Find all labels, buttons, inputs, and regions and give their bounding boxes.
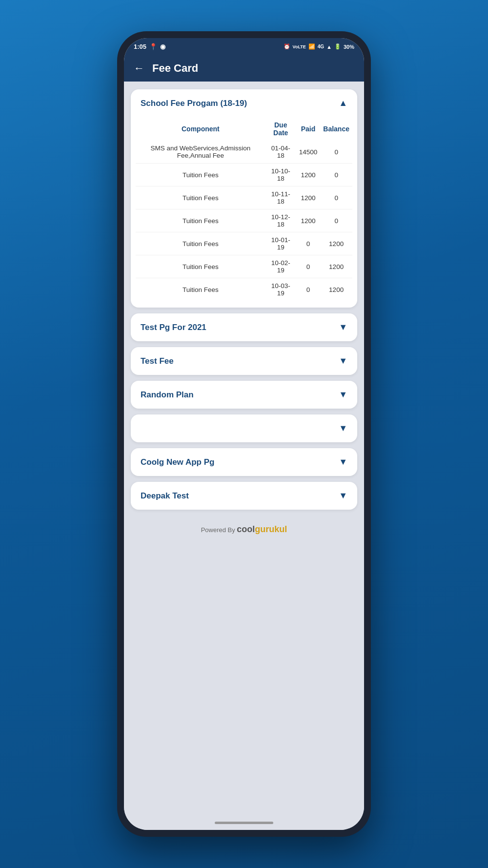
accordion-title-deepak-test: Deepak Test <box>141 491 189 501</box>
cell-paid: 1200 <box>296 186 321 209</box>
alarm-icon: ⏰ <box>284 43 290 50</box>
cell-due-date: 10-03-19 <box>265 278 296 301</box>
cell-paid: 1200 <box>296 209 321 232</box>
accordion-header-test-pg[interactable]: Test Pg For 2021 ▼ <box>131 313 357 341</box>
phone-frame: 1:05 📍 ◉ ⏰ VoLTE 📶 4G ▲ 🔋 30% ← Fee Card <box>117 31 371 837</box>
accordion-header-coolg-new[interactable]: Coolg New App Pg ▼ <box>131 448 357 476</box>
fee-table: Component Due Date Paid Balance SMS and … <box>136 117 352 301</box>
status-left: 1:05 📍 ◉ <box>134 43 165 50</box>
status-right: ⏰ VoLTE 📶 4G ▲ 🔋 30% <box>284 43 354 50</box>
location-icon: 📍 <box>149 43 157 50</box>
table-row: Tuition Fees 10-12-18 1200 0 <box>136 209 352 232</box>
home-indicator <box>124 815 364 830</box>
home-bar <box>215 822 273 824</box>
table-row: Tuition Fees 10-01-19 0 1200 <box>136 232 352 255</box>
accordion-test-fee: Test Fee ▼ <box>131 347 357 375</box>
chevron-up-icon: ▲ <box>339 98 347 108</box>
cell-due-date: 10-12-18 <box>265 209 296 232</box>
cell-balance: 1200 <box>320 232 352 255</box>
cell-paid: 0 <box>296 232 321 255</box>
accordion-body-school-fee: Component Due Date Paid Balance SMS and … <box>131 117 357 308</box>
page-title: Fee Card <box>152 62 198 75</box>
table-row: Tuition Fees 10-03-19 0 1200 <box>136 278 352 301</box>
accordion-title-random-plan: Random Plan <box>141 390 194 400</box>
signal-4g-icon: 4G <box>318 44 324 49</box>
top-bar: ← Fee Card <box>124 55 364 82</box>
cell-component: Tuition Fees <box>136 209 265 232</box>
cell-balance: 1200 <box>320 255 352 278</box>
table-row: SMS and WebServices,Admission Fee,Annual… <box>136 141 352 164</box>
accordion-header-empty[interactable]: ▼ <box>131 414 357 442</box>
table-row: Tuition Fees 10-10-18 1200 0 <box>136 164 352 186</box>
time-display: 1:05 <box>134 43 146 50</box>
powered-by-label: Powered By <box>201 526 235 534</box>
cell-balance: 1200 <box>320 278 352 301</box>
volte-icon: VoLTE <box>293 44 306 49</box>
chevron-down-icon: ▼ <box>339 457 347 467</box>
col-balance: Balance <box>320 117 352 141</box>
cell-due-date: 10-11-18 <box>265 186 296 209</box>
accordion-test-pg: Test Pg For 2021 ▼ <box>131 313 357 341</box>
cell-component: Tuition Fees <box>136 255 265 278</box>
accordion-title-school-fee: School Fee Progam (18-19) <box>141 99 247 108</box>
battery-icon: 🔋 <box>334 43 341 50</box>
accordion-deepak-test: Deepak Test ▼ <box>131 482 357 510</box>
accordion-title-test-fee: Test Fee <box>141 356 174 366</box>
cell-balance: 0 <box>320 186 352 209</box>
cell-due-date: 01-04-18 <box>265 141 296 164</box>
accordion-school-fee: School Fee Progam (18-19) ▲ Component Du… <box>131 89 357 308</box>
chevron-down-icon: ▼ <box>339 491 347 501</box>
brand-name: coolgurukul <box>237 524 287 534</box>
accordion-title-test-pg: Test Pg For 2021 <box>141 323 206 332</box>
accordion-header-school-fee[interactable]: School Fee Progam (18-19) ▲ <box>131 89 357 117</box>
cell-component: Tuition Fees <box>136 232 265 255</box>
cell-component: Tuition Fees <box>136 186 265 209</box>
cell-balance: 0 <box>320 209 352 232</box>
table-row: Tuition Fees 10-02-19 0 1200 <box>136 255 352 278</box>
cell-paid: 0 <box>296 278 321 301</box>
wifi-icon: 📶 <box>308 43 315 50</box>
cell-component: SMS and WebServices,Admission Fee,Annual… <box>136 141 265 164</box>
back-button[interactable]: ← <box>134 62 144 75</box>
col-paid: Paid <box>296 117 321 141</box>
accordion-empty: ▼ <box>131 414 357 442</box>
powered-by-section: Powered By coolgurukul <box>131 516 357 537</box>
phone-screen: 1:05 📍 ◉ ⏰ VoLTE 📶 4G ▲ 🔋 30% ← Fee Card <box>124 38 364 830</box>
brand-gurukul: gurukul <box>255 524 287 534</box>
cell-due-date: 10-01-19 <box>265 232 296 255</box>
table-row: Tuition Fees 10-11-18 1200 0 <box>136 186 352 209</box>
cell-due-date: 10-10-18 <box>265 164 296 186</box>
col-due-date: Due Date <box>265 117 296 141</box>
signal-icon: ▲ <box>326 44 332 50</box>
brand-cool: cool <box>237 524 255 534</box>
status-bar: 1:05 📍 ◉ ⏰ VoLTE 📶 4G ▲ 🔋 30% <box>124 38 364 55</box>
accordion-header-test-fee[interactable]: Test Fee ▼ <box>131 347 357 375</box>
cell-paid: 0 <box>296 255 321 278</box>
cell-due-date: 10-02-19 <box>265 255 296 278</box>
cell-paid: 1200 <box>296 164 321 186</box>
chevron-down-icon: ▼ <box>339 356 347 366</box>
content-area: School Fee Progam (18-19) ▲ Component Du… <box>124 82 364 815</box>
accordion-coolg-new: Coolg New App Pg ▼ <box>131 448 357 476</box>
cell-component: Tuition Fees <box>136 164 265 186</box>
chevron-down-icon: ▼ <box>339 390 347 400</box>
cell-balance: 0 <box>320 141 352 164</box>
cell-component: Tuition Fees <box>136 278 265 301</box>
accordion-random-plan: Random Plan ▼ <box>131 381 357 409</box>
cell-paid: 14500 <box>296 141 321 164</box>
jio-icon: ◉ <box>160 43 165 50</box>
chevron-down-icon: ▼ <box>339 322 347 332</box>
chevron-down-icon: ▼ <box>339 423 347 434</box>
accordion-title-coolg-new: Coolg New App Pg <box>141 457 214 467</box>
accordion-header-deepak-test[interactable]: Deepak Test ▼ <box>131 482 357 510</box>
col-component: Component <box>136 117 265 141</box>
battery-percent: 30% <box>344 44 354 50</box>
accordion-header-random-plan[interactable]: Random Plan ▼ <box>131 381 357 409</box>
cell-balance: 0 <box>320 164 352 186</box>
